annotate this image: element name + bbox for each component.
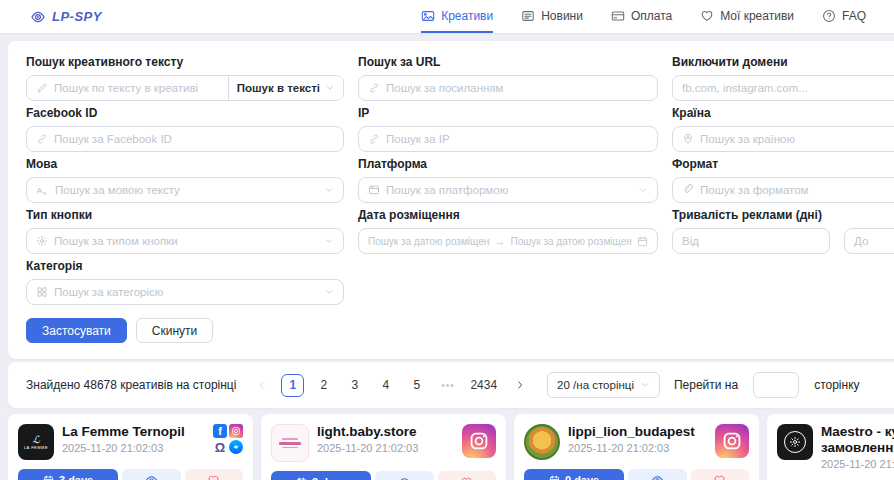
chevron-left-icon xyxy=(257,380,267,390)
nav-item-creatives[interactable]: Креативи xyxy=(421,0,493,33)
facebook-icon: f xyxy=(213,424,227,438)
days-label: 3 days xyxy=(59,474,93,480)
category-select[interactable]: Пошук за категорією xyxy=(26,279,344,305)
link-icon xyxy=(368,82,380,94)
news-icon xyxy=(521,9,535,23)
card-date: 2025-11-20 21:02:03 xyxy=(568,442,707,454)
view-button[interactable] xyxy=(628,469,686,480)
filter-label: IP xyxy=(358,106,658,120)
pagination-page-3[interactable]: 3 xyxy=(343,374,366,397)
card-title: Maestro - кухні, меблі на замовлення в У… xyxy=(821,424,894,456)
eye-icon xyxy=(145,474,158,480)
days-button[interactable]: 3 days xyxy=(18,469,118,480)
creative-card[interactable]: ℒ LA FEMME La Femme Ternopil 2025-11-20 … xyxy=(8,414,253,480)
button-type-select[interactable]: Пошук за типом кнопки xyxy=(26,228,344,254)
pagination-ellipsis[interactable]: ••• xyxy=(436,374,459,397)
creative-card[interactable]: Maestro - кухні, меблі на замовлення в У… xyxy=(767,414,894,480)
audience-network-icon: Ω xyxy=(213,440,227,454)
date-range-picker[interactable]: Пошук за датою розміщення → Пошук за дат… xyxy=(358,228,658,254)
days-button[interactable]: 0 days xyxy=(524,469,624,480)
view-button[interactable] xyxy=(375,471,433,480)
favorite-button[interactable] xyxy=(691,469,749,480)
nav-item-my-creatives[interactable]: Мої креативи xyxy=(700,0,794,33)
days-button[interactable]: 3 days xyxy=(271,471,371,480)
pagination-page-2[interactable]: 2 xyxy=(312,374,335,397)
pencil-icon xyxy=(36,82,48,94)
link-icon xyxy=(36,133,48,145)
filter-exclude-domains: Виключити домени xyxy=(672,55,894,101)
eye-icon xyxy=(651,474,664,480)
facebook-id-input-group xyxy=(26,126,344,152)
creative-card[interactable]: light.baby.store 2025-11-20 21:02:03 3 d… xyxy=(261,414,506,480)
calendar-icon xyxy=(43,475,54,480)
format-input[interactable] xyxy=(700,184,894,196)
filter-label: Категорія xyxy=(26,259,344,273)
chevron-down-icon xyxy=(638,185,648,195)
pagination-next[interactable] xyxy=(508,374,531,397)
facebook-id-input[interactable] xyxy=(54,133,334,145)
gear-icon xyxy=(36,235,48,247)
heart-icon xyxy=(700,9,714,23)
button-type-placeholder: Пошук за типом кнопки xyxy=(54,235,178,247)
pagination-prev[interactable] xyxy=(250,374,273,397)
calendar-icon xyxy=(637,236,648,247)
platform-select[interactable]: Пошук за платформою xyxy=(358,177,658,203)
url-input[interactable] xyxy=(386,82,648,94)
results-count: Знайдено 48678 креативів на сторінці xyxy=(26,378,236,392)
favorite-button[interactable] xyxy=(438,471,496,480)
translate-icon xyxy=(36,184,49,197)
filter-ip: IP xyxy=(358,106,658,152)
jump-page-input[interactable] xyxy=(753,372,799,398)
nav-item-payment[interactable]: Оплата xyxy=(611,0,672,33)
language-select[interactable]: Пошук за мовою тексту xyxy=(26,177,344,203)
page-size-select[interactable]: 20 /на сторінці xyxy=(547,372,660,398)
pagination-page-4[interactable]: 4 xyxy=(374,374,397,397)
ip-input[interactable] xyxy=(386,133,648,145)
nav-item-news[interactable]: Новини xyxy=(521,0,583,33)
reset-button[interactable]: Скинути xyxy=(136,318,213,343)
card-date: 2025-11-20 21:02:03 xyxy=(821,458,894,470)
brand-logo[interactable]: LP-SPY xyxy=(30,9,102,25)
search-mode-select[interactable]: Пошук в тексті xyxy=(228,76,343,100)
card-title: La Femme Ternopil xyxy=(62,424,205,440)
filter-creative-text: Пошук креативного тексту Пошук в тексті xyxy=(26,55,344,101)
pagination-page-1[interactable]: 1 xyxy=(281,374,304,397)
chevron-down-icon xyxy=(640,380,650,390)
filter-category: Категорія Пошук за категорією xyxy=(26,259,344,305)
lp-spy-eye-icon xyxy=(30,9,46,25)
brand-name: LP-SPY xyxy=(52,9,102,24)
creative-text-input[interactable] xyxy=(54,82,222,94)
main-nav: Креативи Новини Оплата Мої креативи FAQ xyxy=(421,0,866,33)
filter-url: Пошук за URL xyxy=(358,55,658,101)
filter-label: Тривалість реклами (дні) xyxy=(672,208,894,222)
eye-icon xyxy=(398,476,411,480)
country-input[interactable] xyxy=(700,133,894,145)
nav-item-faq[interactable]: FAQ xyxy=(822,0,866,33)
filter-format: Формат xyxy=(672,157,894,203)
duration-from-input[interactable] xyxy=(682,235,820,247)
pagination-page-last[interactable]: 2434 xyxy=(467,374,500,397)
calendar-icon xyxy=(296,477,307,480)
date-end-placeholder: Пошук за датою розміщення xyxy=(511,236,633,247)
platform-icons xyxy=(715,424,749,458)
view-button[interactable] xyxy=(122,469,180,480)
exclude-domains-input-group xyxy=(672,75,894,101)
favorite-button[interactable] xyxy=(185,469,243,480)
card-title: lippi_lion_budapest xyxy=(568,424,707,440)
creative-card[interactable]: lippi_lion_budapest 2025-11-20 21:02:03 … xyxy=(514,414,759,480)
calendar-icon xyxy=(549,475,560,480)
duration-to-input[interactable] xyxy=(854,235,894,247)
pagination-page-5[interactable]: 5 xyxy=(405,374,428,397)
card-icon xyxy=(611,9,625,23)
filter-label: Країна xyxy=(672,106,894,120)
chevron-down-icon xyxy=(324,287,334,297)
results-bar: Знайдено 48678 креативів на сторінці 1 2… xyxy=(8,362,894,408)
exclude-domains-input[interactable] xyxy=(682,82,894,94)
nav-label: Новини xyxy=(541,9,583,23)
apply-button[interactable]: Застосувати xyxy=(26,318,127,343)
image-icon xyxy=(421,9,435,23)
link-icon xyxy=(368,133,380,145)
chevron-down-icon xyxy=(325,83,335,93)
date-start-placeholder: Пошук за датою розміщення xyxy=(368,236,490,247)
card-date: 2025-11-20 21:02:03 xyxy=(317,442,454,454)
